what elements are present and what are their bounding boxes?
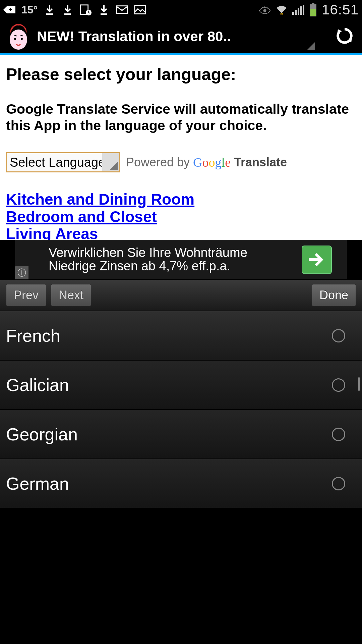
language-label: French: [6, 326, 332, 346]
web-content: Please select your language: Google Tran…: [0, 55, 362, 240]
svg-marker-21: [110, 162, 118, 170]
language-select[interactable]: Select Language: [6, 152, 120, 172]
language-select-label: Select Language: [10, 155, 105, 170]
category-link[interactable]: Living Areas: [6, 225, 356, 240]
svg-point-6: [263, 9, 266, 12]
language-option[interactable]: Georgian: [0, 410, 362, 459]
ad-banner[interactable]: ⓘ Verwirklichen Sie Ihre Wohnträume Nied…: [15, 240, 347, 279]
battery-icon: [309, 3, 317, 16]
eye-icon: [259, 4, 271, 16]
svg-rect-10: [300, 6, 302, 15]
download-icon: [98, 4, 110, 16]
svg-point-17: [21, 38, 23, 40]
ad-info-icon[interactable]: ⓘ: [15, 266, 28, 279]
clock-text: 16:51: [322, 2, 359, 18]
radio-icon[interactable]: [332, 428, 345, 441]
svg-text:+: +: [9, 6, 12, 13]
svg-rect-11: [303, 5, 304, 15]
svg-rect-4: [117, 6, 127, 14]
download-icon: [44, 4, 56, 16]
next-button[interactable]: Next: [51, 284, 91, 306]
ad-arrow-icon[interactable]: [302, 246, 332, 274]
radio-icon[interactable]: [332, 378, 345, 392]
language-label: Georgian: [6, 424, 332, 444]
svg-rect-12: [312, 3, 314, 4]
language-label: German: [6, 474, 332, 494]
status-bar: + 15° 16:51: [0, 0, 362, 19]
done-button[interactable]: Done: [312, 284, 356, 306]
app-title[interactable]: NEW! Translation in over 80..: [37, 29, 328, 45]
update-pending-icon: [80, 4, 92, 16]
mail-icon: [116, 4, 128, 16]
image-icon: [134, 4, 146, 16]
language-picker[interactable]: French Galician Georgian German: [0, 311, 362, 508]
svg-marker-18: [307, 42, 315, 50]
app-logo-icon[interactable]: [7, 23, 30, 50]
scroll-indicator: [358, 377, 360, 391]
language-option[interactable]: German: [0, 459, 362, 508]
svg-point-15: [10, 30, 27, 50]
category-links: Kitchen and Dining Room Bedroom and Clos…: [6, 191, 356, 240]
dropdown-arrow-icon: [102, 153, 119, 171]
google-logo-icon: Google: [193, 155, 231, 170]
wifi-icon: [276, 4, 288, 16]
svg-rect-9: [298, 8, 299, 15]
refresh-button[interactable]: [335, 26, 355, 47]
svg-point-16: [14, 38, 16, 40]
page-subtext: Google Translate Service will automatica…: [6, 101, 356, 134]
powered-by-text: Powered by Google Translate: [126, 155, 287, 170]
svg-rect-14: [310, 9, 316, 16]
prev-button[interactable]: Prev: [6, 284, 46, 306]
language-option[interactable]: Galician: [0, 361, 362, 410]
svg-rect-7: [292, 12, 294, 15]
app-bar: NEW! Translation in over 80..: [0, 19, 362, 55]
temperature-text: 15°: [21, 4, 38, 16]
svg-rect-8: [295, 10, 297, 15]
signal-icon: [292, 4, 304, 16]
category-link[interactable]: Kitchen and Dining Room: [6, 191, 356, 208]
notification-add-icon: +: [3, 4, 15, 16]
category-link[interactable]: Bedroom and Closet: [6, 208, 356, 226]
page-heading: Please select your language:: [6, 65, 356, 84]
radio-icon[interactable]: [332, 477, 345, 490]
ad-text: Verwirklichen Sie Ihre Wohnträume Niedri…: [35, 246, 302, 273]
language-label: Galician: [6, 375, 332, 395]
language-option[interactable]: French: [0, 311, 362, 361]
keyboard-toolbar: Prev Next Done: [0, 279, 362, 311]
download-icon: [62, 4, 74, 16]
dropdown-indicator-icon: [305, 40, 315, 51]
radio-icon[interactable]: [332, 329, 345, 342]
